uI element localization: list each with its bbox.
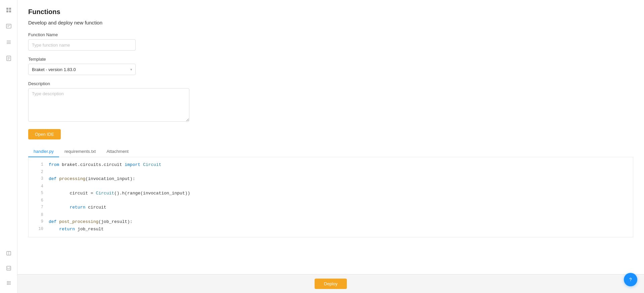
svg-point-24 (8, 283, 9, 284)
code-line-2: 2 (29, 169, 633, 175)
svg-point-22 (9, 281, 10, 282)
code-line-7: 7 return circuit (29, 204, 633, 211)
tab-attachment[interactable]: Attachment (101, 146, 134, 157)
page-title: Functions (28, 8, 633, 16)
footer-bar: Deploy (17, 274, 644, 293)
svg-rect-3 (9, 10, 11, 12)
code-line-10: 10 return job_result (29, 226, 633, 233)
description-textarea[interactable] (28, 88, 189, 122)
sidebar (0, 0, 17, 293)
description-label: Description (28, 81, 633, 86)
svg-rect-4 (6, 24, 11, 28)
svg-point-20 (7, 281, 8, 282)
svg-point-28 (9, 284, 10, 285)
list-icon[interactable] (4, 38, 13, 47)
code-line-6: 6 (29, 197, 633, 204)
svg-point-25 (9, 283, 10, 284)
function-name-group: Function Name (28, 32, 633, 51)
svg-rect-0 (6, 8, 8, 10)
code-line-1: 1 from braket.circuits.circuit import Ci… (29, 161, 633, 169)
code-line-5: 5 circuit = Circuit().h(range(invocation… (29, 190, 633, 197)
open-ide-button[interactable]: Open IDE (28, 129, 61, 139)
svg-point-26 (7, 284, 8, 285)
sidebar-bottom (4, 249, 13, 288)
deploy-button[interactable]: Deploy (315, 279, 347, 289)
grid-icon[interactable] (4, 278, 13, 288)
code-line-3: 3 def processing(invocation_input): (29, 175, 633, 183)
document-icon[interactable] (4, 54, 13, 63)
function-name-label: Function Name (28, 32, 633, 37)
code-tabs: handler.py requirements.txt Attachment (28, 146, 633, 157)
template-group: Template Braket - version 1.83.0 Braket … (28, 57, 633, 75)
help-fab-button[interactable] (624, 273, 637, 286)
code-line-8: 8 (29, 212, 633, 218)
code-line-9: 9 def post_processing(job_result): (29, 218, 633, 226)
template-select-wrapper: Braket - version 1.83.0 Braket - version… (28, 64, 136, 75)
code-line-4: 4 (29, 183, 633, 190)
main-content: Functions Develop and deploy new functio… (17, 0, 644, 293)
content-area: Functions Develop and deploy new functio… (17, 0, 644, 274)
template-select[interactable]: Braket - version 1.83.0 Braket - version… (28, 64, 136, 75)
svg-rect-1 (9, 8, 11, 10)
template-label: Template (28, 57, 633, 62)
functions-icon[interactable] (4, 21, 13, 31)
svg-rect-2 (6, 10, 8, 12)
tab-requirements-txt[interactable]: requirements.txt (59, 146, 101, 157)
home-icon[interactable] (4, 5, 13, 15)
svg-point-27 (8, 284, 9, 285)
function-name-input[interactable] (28, 39, 136, 51)
svg-point-23 (7, 283, 8, 284)
svg-point-30 (630, 281, 631, 281)
svg-point-21 (8, 281, 9, 282)
section-subtitle: Develop and deploy new function (28, 20, 633, 25)
description-group: Description (28, 81, 633, 123)
code-editor: 1 from braket.circuits.circuit import Ci… (28, 157, 633, 237)
tab-handler-py[interactable]: handler.py (28, 146, 59, 157)
report-icon[interactable] (4, 263, 13, 273)
book-icon[interactable] (4, 249, 13, 258)
